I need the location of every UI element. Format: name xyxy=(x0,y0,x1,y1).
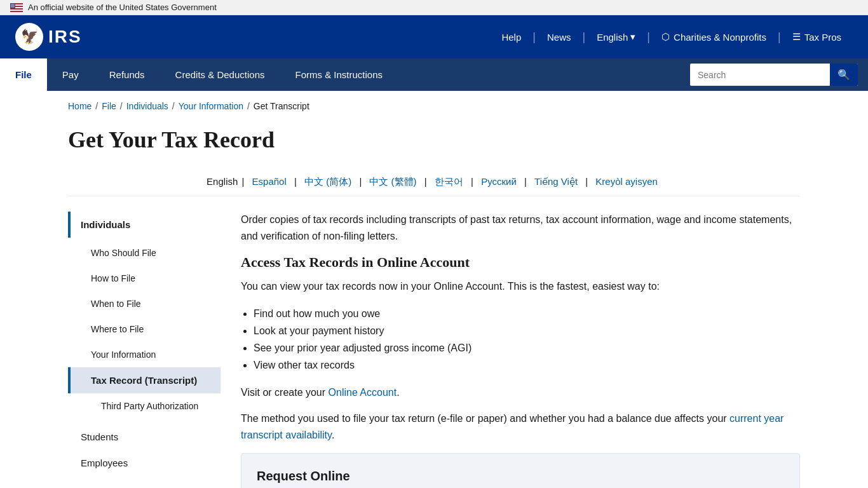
breadcrumb-sep-3: / xyxy=(172,101,175,111)
online-account-link[interactable]: Online Account xyxy=(329,387,397,398)
breadcrumb-sep-2: / xyxy=(120,101,123,111)
nav-refunds[interactable]: Refunds xyxy=(94,58,160,91)
lang-current: English xyxy=(207,176,238,187)
nav-credits-deductions[interactable]: Credits & Deductions xyxy=(160,58,280,91)
breadcrumb-current: Get Transcript xyxy=(254,101,309,111)
svg-point-11 xyxy=(11,6,11,7)
lang-russian[interactable]: Русский xyxy=(481,176,517,187)
sidebar-item-tax-record[interactable]: Tax Record (Transcript) xyxy=(68,367,220,393)
sidebar-item-when-to-file[interactable]: When to File xyxy=(68,291,220,316)
search-input[interactable] xyxy=(690,65,830,85)
search-box: 🔍 xyxy=(690,64,858,86)
sidebar: Individuals Who Should File How to File … xyxy=(68,212,220,476)
language-button[interactable]: English ▾ xyxy=(585,31,647,43)
tax-pros-label: Tax Pros xyxy=(804,32,841,43)
main-nav: File Pay Refunds Credits & Deductions Fo… xyxy=(0,58,868,91)
section1-title: Access Tax Records in Online Account xyxy=(241,254,800,271)
logo[interactable]: 🦅 IRS xyxy=(15,23,82,51)
logo-text: IRS xyxy=(48,27,82,47)
svg-point-12 xyxy=(12,6,13,7)
svg-point-9 xyxy=(12,5,13,6)
box-title: Request Online xyxy=(257,469,784,484)
language-label: English xyxy=(597,32,628,43)
header-nav: Help | News | English ▾ | ⬡ Charities & … xyxy=(490,30,853,44)
bullet-3: See your prior year adjusted gross incom… xyxy=(254,339,800,356)
sidebar-individuals-children: Who Should File How to File When to File… xyxy=(68,240,220,419)
news-link[interactable]: News xyxy=(536,32,583,43)
gov-banner: An official website of the United States… xyxy=(0,0,868,15)
sidebar-item-individuals[interactable]: Individuals xyxy=(68,212,220,238)
main-content: Order copies of tax records including tr… xyxy=(241,212,800,488)
section1-note-suffix: . xyxy=(332,430,334,440)
section1-note: The method you used to file your tax ret… xyxy=(241,410,800,443)
help-link[interactable]: Help xyxy=(490,32,532,43)
sidebar-item-employees[interactable]: Employees xyxy=(68,450,220,476)
search-area: 🔍 xyxy=(680,58,868,91)
section1-note-prefix: The method you used to file your tax ret… xyxy=(241,413,729,424)
lang-creole[interactable]: Kreyòl ayisyen xyxy=(595,176,658,187)
nav-forms-instructions[interactable]: Forms & Instructions xyxy=(280,58,398,91)
svg-point-8 xyxy=(11,5,11,6)
breadcrumb-home[interactable]: Home xyxy=(68,101,92,111)
section1-cta-prefix: Visit or create your xyxy=(241,387,329,398)
two-column-layout: Individuals Who Should File How to File … xyxy=(68,212,800,488)
lang-korean[interactable]: 한국어 xyxy=(435,176,463,187)
sidebar-item-students[interactable]: Students xyxy=(68,424,220,450)
chevron-down-icon: ▾ xyxy=(630,31,635,43)
charities-label: Charities & Nonprofits xyxy=(674,32,766,43)
section1-bullets: Find out how much you owe Look at your p… xyxy=(254,305,800,374)
intro-text: Order copies of tax records including tr… xyxy=(241,212,800,244)
search-button[interactable]: 🔍 xyxy=(830,64,858,86)
svg-point-5 xyxy=(11,4,11,4)
lang-espanol[interactable]: Español xyxy=(252,176,287,187)
breadcrumb-sep-4: / xyxy=(247,101,250,111)
breadcrumb-individuals[interactable]: Individuals xyxy=(126,101,168,111)
header: 🦅 IRS Help | News | English ▾ | ⬡ Charit… xyxy=(0,15,868,58)
bullet-1: Find out how much you owe xyxy=(254,305,800,322)
request-online-box: Request Online Request your transcript o… xyxy=(241,453,800,488)
flag-icon xyxy=(10,3,23,12)
sidebar-item-your-information[interactable]: Your Information xyxy=(68,342,220,367)
breadcrumb-your-information[interactable]: Your Information xyxy=(179,101,243,111)
lang-vietnamese[interactable]: Tiếng Việt xyxy=(534,176,578,187)
section1-cta: Visit or create your Online Account. xyxy=(241,384,800,401)
nav-file[interactable]: File xyxy=(0,58,47,91)
bullet-2: Look at your payment history xyxy=(254,322,800,339)
search-icon: 🔍 xyxy=(837,69,850,80)
language-bar: English | Español | 中文 (简体) | 中文 (繁體) | … xyxy=(68,168,800,196)
sidebar-item-how-to-file[interactable]: How to File xyxy=(68,266,220,291)
bullet-4: View other tax records xyxy=(254,356,800,374)
sidebar-item-who-should-file[interactable]: Who Should File xyxy=(68,240,220,266)
charities-icon: ⬡ xyxy=(661,31,670,43)
svg-rect-3 xyxy=(10,10,23,11)
lang-chinese-simplified[interactable]: 中文 (简体) xyxy=(304,176,351,187)
sidebar-item-third-party[interactable]: Third Party Authorization xyxy=(68,393,220,419)
svg-point-10 xyxy=(13,5,14,6)
breadcrumb-sep-1: / xyxy=(95,101,98,111)
breadcrumb-file[interactable]: File xyxy=(102,101,116,111)
tax-pros-icon: ☰ xyxy=(792,31,801,43)
svg-point-6 xyxy=(12,4,13,4)
section1-intro: You can view your tax records now in you… xyxy=(241,278,800,295)
content-wrapper: Home / File / Individuals / Your Informa… xyxy=(53,91,815,488)
nav-pay[interactable]: Pay xyxy=(47,58,94,91)
sidebar-item-where-to-file[interactable]: Where to File xyxy=(68,316,220,342)
gov-banner-text: An official website of the United States… xyxy=(28,3,217,12)
svg-point-7 xyxy=(13,4,14,4)
tax-pros-link[interactable]: ☰ Tax Pros xyxy=(781,31,853,43)
section1-cta-suffix: . xyxy=(397,387,399,398)
lang-chinese-traditional[interactable]: 中文 (繁體) xyxy=(369,176,416,187)
svg-point-13 xyxy=(13,6,14,7)
page-title: Get Your Tax Record xyxy=(68,126,800,153)
logo-eagle-icon: 🦅 xyxy=(15,23,43,51)
charities-link[interactable]: ⬡ Charities & Nonprofits xyxy=(650,31,778,43)
breadcrumb: Home / File / Individuals / Your Informa… xyxy=(68,91,800,116)
